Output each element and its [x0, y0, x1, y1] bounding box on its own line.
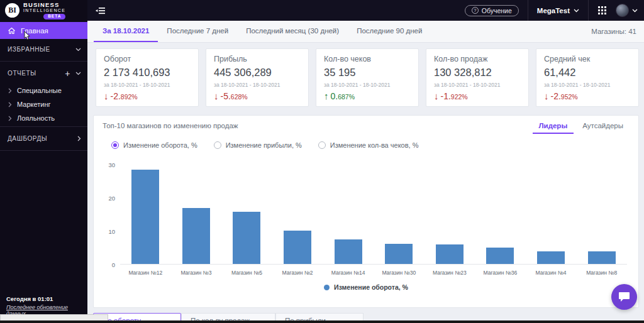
chart-slot: Магазин №36	[475, 154, 526, 277]
kpi-title: Кол-во продаж	[434, 55, 521, 63]
metric-radio[interactable]: Изменение прибыли, %	[214, 141, 302, 149]
leaders-outsiders-tabs: ЛидерыАутсайдеры	[533, 121, 630, 134]
chart-legend[interactable]: Изменение оборота, %	[103, 283, 630, 291]
window-bottom-edge	[0, 320, 644, 323]
bar[interactable]	[182, 208, 210, 264]
chart-slot: Магазин №5	[221, 154, 272, 277]
y-axis: 0102030	[103, 154, 118, 265]
radio-label: Изменение оборота, %	[123, 141, 197, 149]
radio-icon	[214, 141, 221, 149]
sidebar-item-report[interactable]: Маркетинг	[0, 97, 87, 111]
view-tab[interactable]: Лидеры	[533, 121, 574, 134]
add-report-icon[interactable]: +	[65, 70, 70, 77]
chat-button[interactable]	[611, 284, 637, 310]
kpi-card: Кол-во чеков35 195за 18-10-2021 - 18-10-…	[316, 48, 419, 107]
header-divider	[528, 0, 528, 21]
bar[interactable]	[436, 244, 464, 264]
user-avatar-menu[interactable]	[616, 4, 638, 17]
reports-label: ОТЧЕТЫ	[8, 70, 65, 77]
kpi-value: 2 173 410,693	[104, 67, 191, 79]
metric-radio[interactable]: Изменение кол-ва чеков, %	[318, 141, 419, 149]
main-content: За 18.10.2021Последние 7 днейПоследний м…	[87, 21, 644, 320]
sidebar-section-favorites[interactable]: ИЗБРАННЫЕ	[0, 39, 87, 60]
chart-slot: Магазин №23	[425, 154, 475, 277]
bottom-tabbar: По оборотуПо кол-ву продажПо прибыли	[93, 313, 644, 320]
period-tab[interactable]: Последний месяц (30 дней)	[237, 21, 348, 42]
category-label: Магазин №36	[475, 270, 526, 276]
sidebar-item-label: Лояльность	[17, 114, 55, 122]
bar[interactable]	[588, 251, 616, 264]
radio-label: Изменение кол-ва чеков, %	[330, 141, 419, 149]
account-menu[interactable]: MegaTest	[537, 7, 579, 14]
header-divider	[588, 0, 589, 21]
y-tick-label: 0	[112, 261, 115, 268]
kpi-title: Оборот	[104, 55, 191, 63]
metric-radio[interactable]: Изменение оборота, %	[111, 141, 197, 149]
sidebar-item-report[interactable]: Лояльность	[0, 111, 87, 125]
bottom-tab[interactable]: По кол-ву продаж	[181, 313, 275, 320]
kpi-change: ↓-1.922%	[434, 90, 521, 101]
kpi-change-decimals: 628%	[231, 93, 248, 101]
kpi-period: за 18-10-2021 - 18-10-2021	[324, 82, 411, 88]
chevron-right-icon	[8, 116, 12, 121]
chart-slot: Магазин №30	[374, 154, 425, 277]
kpi-cards-row: Оборот2 173 410,693за 18-10-2021 - 18-10…	[96, 48, 639, 107]
category-label: Магазин №12	[120, 270, 171, 276]
view-tab[interactable]: Аутсайдеры	[576, 121, 630, 134]
top10-panel: Топ-10 магазинов по изменению продаж Лид…	[93, 115, 639, 308]
bar[interactable]	[131, 170, 159, 264]
kpi-card: Прибыль445 306,289за 18-10-2021 - 18-10-…	[206, 48, 309, 107]
kpi-title: Кол-во чеков	[324, 55, 411, 63]
kpi-card: Кол-во продаж130 328,812за 18-10-2021 - …	[426, 48, 529, 107]
period-tab[interactable]: Последние 7 дней	[158, 21, 237, 42]
sidebar-collapse-icon[interactable]	[95, 6, 106, 16]
period-tab[interactable]: Последние 90 дней	[348, 21, 431, 42]
bar[interactable]	[284, 231, 311, 264]
y-tick-label: 20	[108, 194, 115, 201]
category-label: Магазин №8	[576, 270, 627, 276]
y-tick-label: 10	[108, 227, 115, 234]
category-label: Магазин №3	[171, 270, 222, 276]
logo-line1: BUSINESS	[23, 2, 65, 8]
training-button[interactable]: ? Обучение	[465, 5, 519, 16]
sidebar-section-dashboards[interactable]: ДАШБОРДЫ	[0, 128, 87, 149]
sidebar-item-report[interactable]: Специальные	[0, 84, 87, 97]
home-icon	[8, 27, 16, 35]
radio-icon	[111, 141, 119, 149]
sidebar: Главная ИЗБРАННЫЕ ОТЧЕТЫ + СпециальныеМа…	[0, 21, 87, 320]
chart-slot: Магазин №4	[526, 154, 577, 277]
app-window: BI BUSINESS INTELLIGENCE BETA ? Обучение…	[0, 0, 644, 323]
help-icon: ?	[472, 7, 479, 14]
kpi-title: Средний чек	[544, 55, 631, 63]
sidebar-section-reports[interactable]: ОТЧЕТЫ +	[0, 63, 87, 84]
bar[interactable]	[233, 212, 260, 264]
kpi-change: ↑0.687%	[324, 90, 411, 101]
kpi-period: за 18-10-2021 - 18-10-2021	[214, 82, 301, 88]
period-tab[interactable]: За 18.10.2021	[94, 21, 158, 42]
sidebar-divider	[0, 150, 87, 151]
apps-grid-icon[interactable]	[597, 6, 607, 15]
kpi-change-value: -2.	[551, 91, 561, 101]
kpi-change-decimals: 892%	[121, 93, 138, 101]
chat-bubble-icon	[618, 292, 630, 302]
arrow-down-icon: ↓	[214, 90, 219, 101]
chart-slot: Магазин №3	[171, 154, 222, 277]
bar[interactable]	[335, 239, 362, 264]
sidebar-item-label: Маркетинг	[17, 101, 50, 108]
bottom-tab[interactable]: По прибыли	[275, 313, 364, 320]
bar[interactable]	[385, 244, 413, 264]
kpi-period: за 18-10-2021 - 18-10-2021	[104, 82, 191, 88]
app-logo: BI BUSINESS INTELLIGENCE BETA	[0, 0, 87, 21]
kpi-change-value: -2.	[111, 91, 121, 101]
logo-line2: INTELLIGENCE	[23, 8, 65, 13]
stores-count: Магазины: 41	[591, 21, 644, 42]
chart-slot: Магазин №14	[323, 154, 374, 277]
arrow-down-icon: ↓	[544, 90, 549, 101]
bar[interactable]	[486, 248, 514, 264]
chart-slot: Магазин №2	[272, 154, 323, 277]
kpi-change-decimals: 922%	[451, 93, 468, 101]
kpi-value: 61,442	[544, 67, 631, 79]
user-avatar	[616, 4, 629, 17]
sidebar-item-home[interactable]: Главная	[0, 22, 87, 39]
bar[interactable]	[537, 251, 565, 264]
